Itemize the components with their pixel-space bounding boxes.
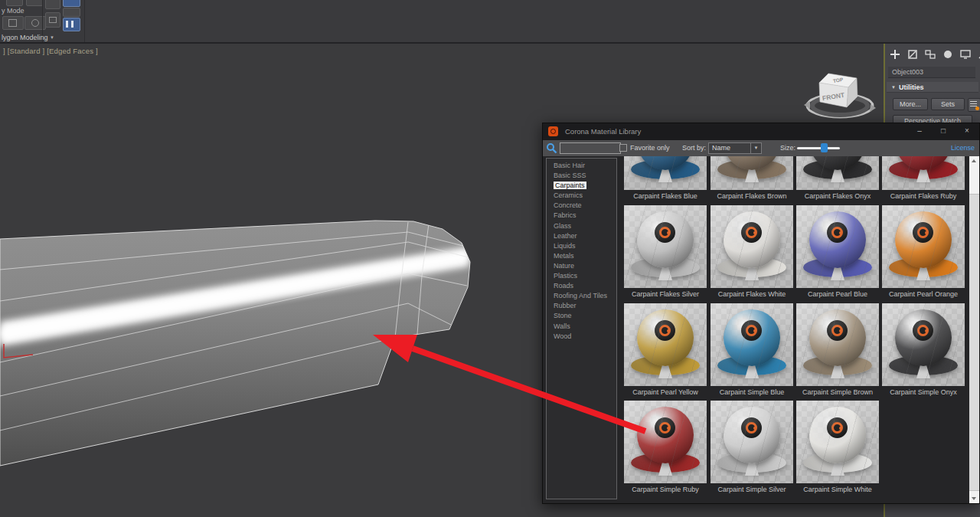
material-card[interactable]: Carpaint Simple Brown <box>796 303 879 396</box>
material-card[interactable]: Carpaint Flakes Brown <box>710 156 793 200</box>
material-thumbnail[interactable] <box>710 401 793 483</box>
material-thumbnail[interactable] <box>796 205 879 288</box>
material-card[interactable]: Carpaint Simple Silver <box>710 401 793 493</box>
material-name: Carpaint Simple Silver <box>710 486 793 493</box>
vertical-scrollbar[interactable] <box>969 156 979 503</box>
material-name: Carpaint Simple White <box>796 486 879 493</box>
ribbon-button[interactable] <box>63 8 80 17</box>
corona-logo-badge <box>655 320 675 341</box>
material-thumbnail[interactable] <box>624 303 707 386</box>
ribbon-button-active[interactable] <box>63 0 80 7</box>
material-thumbnail[interactable] <box>796 401 879 483</box>
minimize-button[interactable]: – <box>909 123 930 140</box>
material-name: Carpaint Flakes Onyx <box>796 192 879 200</box>
ribbon-tab-polygon-modeling[interactable]: lygon Modeling ▼ <box>2 34 54 41</box>
ribbon-button[interactable] <box>45 12 60 28</box>
material-name: Carpaint Simple Ruby <box>624 486 707 493</box>
category-item[interactable]: Liquids <box>547 241 616 251</box>
category-item[interactable]: Basic Hair <box>547 161 616 171</box>
material-thumbnail[interactable] <box>882 303 965 386</box>
material-thumbnail[interactable] <box>882 156 965 190</box>
material-thumbnail[interactable] <box>710 303 793 386</box>
ribbon-button[interactable] <box>45 0 60 9</box>
display-tab-icon[interactable] <box>959 47 972 61</box>
material-thumbnail[interactable] <box>796 303 879 386</box>
material-card[interactable]: Carpaint Simple White <box>796 401 879 493</box>
license-link[interactable]: License <box>951 140 975 156</box>
sort-dropdown[interactable]: Name ▼ <box>708 142 762 154</box>
maximize-button[interactable]: □ <box>933 123 954 140</box>
search-icon[interactable] <box>546 142 557 154</box>
corona-material-library-window: Corona Material Library – □ × Favorite o… <box>542 123 980 504</box>
category-item[interactable]: Stone <box>547 311 616 321</box>
material-card[interactable]: Carpaint Pearl Blue <box>796 205 879 298</box>
category-item[interactable]: Concrete <box>547 201 616 211</box>
category-item[interactable]: Leather <box>547 231 616 241</box>
category-item[interactable]: Roofing And Tiles <box>547 291 616 301</box>
viewport-shading-label[interactable]: ] [Standard ] [Edged Faces ] <box>3 47 98 55</box>
material-card[interactable]: Carpaint Flakes Onyx <box>796 156 879 200</box>
category-item[interactable]: Ceramics <box>547 191 616 201</box>
ribbon-button[interactable] <box>6 0 23 6</box>
create-tab-icon[interactable] <box>888 47 902 61</box>
sets-button[interactable]: Sets <box>931 98 965 110</box>
material-thumbnail[interactable] <box>710 205 793 288</box>
window-titlebar[interactable]: Corona Material Library – □ × <box>543 123 979 141</box>
library-content: Basic HairBasic SSSCarpaintsCeramicsConc… <box>543 156 979 503</box>
category-item[interactable]: Plastics <box>547 271 616 281</box>
category-item[interactable]: Basic SSS <box>547 171 616 181</box>
scroll-down-button[interactable] <box>969 493 979 503</box>
category-item[interactable]: Roads <box>547 281 616 291</box>
favorite-only-label[interactable]: Favorite only <box>630 140 670 156</box>
hierarchy-tab-icon[interactable] <box>923 47 937 61</box>
category-item[interactable]: Glass <box>547 221 616 231</box>
material-card[interactable]: Carpaint Simple Blue <box>710 303 793 396</box>
category-item[interactable]: Carpaints <box>547 181 616 191</box>
material-name: Carpaint Flakes Brown <box>710 192 793 200</box>
ribbon-button[interactable] <box>2 16 24 30</box>
viewcube[interactable]: TOP FRONT <box>804 65 880 123</box>
material-card[interactable]: Carpaint Flakes Ruby <box>882 156 965 200</box>
slider-handle[interactable] <box>821 143 828 152</box>
utilities-rollout-header[interactable]: ▼Utilities <box>887 82 978 93</box>
utilities-tab-icon[interactable] <box>976 47 980 61</box>
category-item[interactable]: Nature <box>547 261 616 271</box>
material-name: Carpaint Simple Brown <box>796 388 879 396</box>
category-item[interactable]: Walls <box>547 322 616 332</box>
scrollbar-thumb[interactable] <box>969 194 979 491</box>
category-item[interactable]: Wood <box>547 332 616 342</box>
category-item[interactable]: Metals <box>547 251 616 261</box>
size-label: Size: <box>780 140 795 156</box>
chevron-down-icon[interactable]: ▼ <box>750 143 761 153</box>
material-thumbnail[interactable] <box>796 156 879 190</box>
ribbon-strip: y Mode lygon Modeling ▼ <box>0 0 980 44</box>
material-card[interactable]: Carpaint Simple Ruby <box>624 401 707 493</box>
search-input[interactable] <box>560 142 621 154</box>
motion-tab-icon[interactable] <box>941 47 955 61</box>
material-card[interactable]: Carpaint Pearl Orange <box>882 205 965 298</box>
material-card[interactable]: Carpaint Pearl Yellow <box>624 303 707 396</box>
material-card[interactable]: Carpaint Flakes Silver <box>624 205 707 298</box>
material-thumbnail[interactable] <box>882 205 965 288</box>
scroll-up-button[interactable] <box>969 156 979 166</box>
thumbnail-size-slider[interactable] <box>797 147 840 149</box>
material-name: Carpaint Flakes Ruby <box>882 192 965 200</box>
ribbon-button[interactable] <box>26 0 43 6</box>
material-sphere <box>724 407 780 463</box>
material-thumbnail[interactable] <box>624 156 707 190</box>
material-card[interactable]: Carpaint Flakes White <box>710 205 793 298</box>
modify-tab-icon[interactable] <box>906 47 920 61</box>
material-thumbnail[interactable] <box>624 205 707 288</box>
material-card[interactable]: Carpaint Flakes Blue <box>624 156 707 200</box>
object-name-field[interactable]: Object003 <box>888 67 975 78</box>
material-card[interactable]: Carpaint Simple Onyx <box>882 303 965 396</box>
more-button[interactable]: More... <box>893 98 928 110</box>
material-sphere <box>895 309 952 366</box>
favorite-only-checkbox[interactable] <box>619 144 627 152</box>
close-button[interactable]: × <box>956 123 978 140</box>
configure-button-sets-icon[interactable] <box>968 98 980 112</box>
material-thumbnail[interactable] <box>710 156 793 190</box>
category-item[interactable]: Rubber <box>547 301 616 311</box>
category-item[interactable]: Fabrics <box>547 211 616 221</box>
material-thumbnail[interactable] <box>624 401 707 483</box>
